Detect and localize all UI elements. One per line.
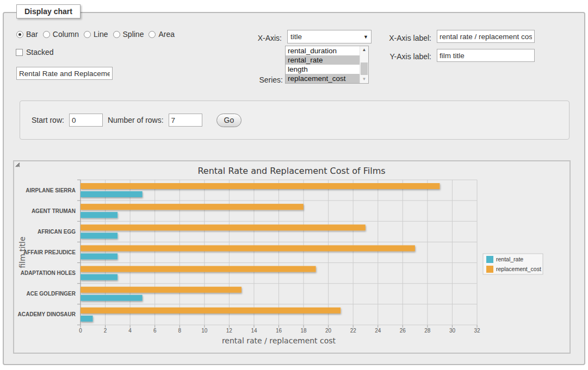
x-axis-select[interactable]: title ▼ [287, 30, 372, 43]
x-tick-label: 28 [424, 328, 431, 334]
stacked-checkbox-row[interactable]: Stacked [16, 48, 54, 57]
x-axis-select-label: X-Axis: [228, 34, 282, 42]
radio-label: Bar [26, 30, 38, 39]
category-label: ACE GOLDFINGER [26, 291, 76, 297]
chart-type-radio-spline[interactable]: Spline [113, 30, 144, 39]
x-axis-label-label: X-Axis label: [378, 34, 431, 42]
x-tick-label: 4 [128, 328, 132, 334]
legend-item-rental_rate[interactable]: rental_rate [486, 256, 523, 263]
radio-icon[interactable] [84, 31, 91, 38]
bar-rental_rate [81, 316, 93, 322]
chart-type-radio-line[interactable]: Line [84, 30, 108, 39]
series-rental_rate [81, 191, 143, 322]
series-option-replacement_cost[interactable]: replacement_cost [286, 74, 360, 83]
x-tick-label: 12 [226, 328, 233, 334]
bar-rental_rate [81, 253, 117, 259]
bar-rental_rate [81, 295, 143, 301]
x-tick-label: 20 [325, 328, 332, 334]
series-select-label: Series: [232, 76, 283, 84]
radio-icon[interactable] [43, 31, 50, 38]
bar-replacement_cost [81, 183, 440, 189]
radio-label: Spline [123, 30, 144, 39]
scroll-up-icon[interactable]: ▲ [360, 46, 368, 54]
x-tick-label: 10 [201, 328, 208, 334]
row-controls-box: Start row: Number of rows: Go [20, 101, 570, 140]
y-axis-label-input[interactable] [437, 49, 535, 62]
category-label: AFRICAN EGG [38, 229, 76, 235]
legend-label: replacement_cost [496, 266, 541, 272]
bar-rental_rate [81, 233, 117, 239]
fieldset-legend-text: Display chart [24, 7, 72, 16]
stacked-label: Stacked [26, 48, 54, 57]
fieldset-legend: Display chart [16, 4, 81, 18]
category-label: ADAPTATION HOLES [21, 270, 76, 276]
series-option-rental_rate[interactable]: rental_rate [286, 55, 360, 65]
bar-replacement_cost [81, 287, 242, 293]
dropdown-arrow-icon: ▼ [363, 34, 368, 40]
scroll-down-icon[interactable]: ▼ [360, 76, 368, 83]
bar-replacement_cost [81, 266, 316, 272]
x-tick-label: 2 [104, 328, 107, 334]
bar-replacement_cost [81, 245, 415, 251]
bar-rental_rate [81, 212, 117, 218]
start-row-input[interactable] [69, 114, 103, 127]
x-tick-label: 18 [301, 328, 307, 334]
category-label: AIRPLANE SIERRA [26, 187, 76, 193]
chart-legend: rental_ratereplacement_cost [483, 254, 543, 274]
x-tick-label: 14 [251, 328, 257, 334]
series-options: rental_durationrental_ratelengthreplacem… [286, 46, 360, 83]
category-label: AFFAIR PREJUDICE [23, 249, 76, 255]
x-tick-label: 22 [350, 328, 357, 334]
category-label: ACADEMY DINOSAUR [18, 311, 76, 317]
x-axis-label-input[interactable] [437, 30, 535, 43]
chart-title: Rental Rate and Replacement Cost of Film… [197, 166, 385, 176]
bar-replacement_cost [81, 204, 304, 210]
radio-icon[interactable] [113, 31, 120, 38]
bar-replacement_cost [81, 224, 366, 230]
legend-label: rental_rate [496, 256, 523, 262]
radio-label: Column [53, 30, 79, 39]
x-tick-label: 8 [178, 328, 181, 334]
series-option-length[interactable]: length [286, 65, 360, 74]
chart-title-input[interactable] [16, 67, 113, 80]
series-select[interactable]: rental_durationrental_ratelengthreplacem… [285, 46, 369, 84]
x-tick-label: 6 [153, 328, 157, 334]
stacked-checkbox[interactable] [16, 49, 23, 56]
chart-type-radio-group: BarColumnLineSplineArea [16, 30, 175, 39]
start-row-label: Start row: [32, 116, 64, 124]
bar-rental_rate [81, 274, 117, 280]
category-label: AGENT TRUMAN [32, 208, 76, 214]
x-tick-label: 26 [400, 328, 406, 334]
x-tick-label: 16 [276, 328, 282, 334]
y-axis-label-label: Y-Axis label: [378, 52, 431, 61]
y-axis-title: film title [18, 236, 27, 268]
num-rows-input[interactable] [169, 114, 202, 127]
series-option-rental_duration[interactable]: rental_duration [286, 46, 360, 55]
series-replacement_cost [81, 183, 440, 313]
resize-handle[interactable] [14, 161, 20, 167]
scrollbar-thumb[interactable] [361, 62, 368, 75]
radio-label: Area [158, 30, 175, 39]
x-axis-title: rental rate / replacement cost [222, 336, 336, 345]
x-tick-label: 30 [449, 328, 456, 334]
chart-type-radio-area[interactable]: Area [148, 30, 175, 39]
chart-type-radio-column[interactable]: Column [43, 30, 79, 39]
num-rows-label: Number of rows: [108, 116, 164, 124]
chart-container: 02468101214161820222426283032AIRPLANE SI… [13, 160, 571, 354]
x-axis-select-value: title [290, 33, 302, 41]
x-tick-label: 32 [474, 328, 480, 334]
bar-replacement_cost [81, 308, 341, 313]
x-tick-label: 0 [79, 328, 82, 334]
bar-chart: 02468101214161820222426283032AIRPLANE SI… [14, 161, 570, 353]
x-tick-label: 24 [375, 328, 381, 334]
radio-icon[interactable] [16, 31, 23, 38]
radio-icon[interactable] [148, 31, 156, 38]
go-button[interactable]: Go [216, 114, 242, 127]
chart-type-radio-bar[interactable]: Bar [16, 30, 38, 39]
radio-label: Line [94, 30, 108, 39]
series-scrollbar[interactable]: ▲ ▼ [360, 46, 368, 83]
bar-rental_rate [81, 191, 143, 197]
